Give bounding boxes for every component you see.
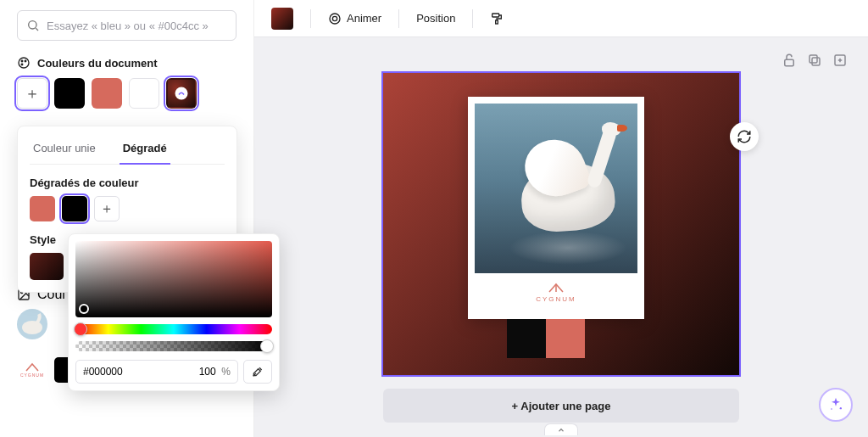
animate-label: Animer: [347, 12, 381, 25]
palette-icon: [17, 56, 31, 70]
design-page[interactable]: CYGNUM: [383, 73, 739, 375]
swatch-gradient[interactable]: [166, 78, 197, 109]
svg-point-5: [21, 64, 23, 65]
hue-slider[interactable]: [75, 324, 272, 334]
svg-rect-16: [810, 55, 817, 63]
svg-rect-13: [496, 20, 498, 24]
add-page-label: + Ajouter une page: [512, 400, 611, 412]
alpha-slider[interactable]: [75, 341, 272, 351]
add-color-swatch[interactable]: ＋: [17, 78, 47, 109]
document-swatches: ＋: [17, 78, 236, 109]
position-label: Position: [416, 12, 455, 25]
svg-point-4: [25, 60, 26, 62]
svg-point-21: [840, 407, 842, 409]
animate-button[interactable]: Animer: [320, 6, 390, 31]
color-picker-popover: #000000 100 %: [68, 233, 280, 391]
toolbar-separator: [398, 9, 399, 28]
gradient-stops: ＋: [30, 196, 225, 221]
alpha-thumb[interactable]: [260, 339, 274, 353]
gradient-style-linear[interactable]: [30, 253, 64, 280]
format-painter-button[interactable]: [481, 6, 512, 31]
color-mode-tabs: Couleur unie Dégradé: [30, 137, 225, 165]
hex-value: #000000: [83, 366, 123, 378]
eyedropper-button[interactable]: [243, 360, 272, 384]
palette-chips[interactable]: [507, 319, 585, 358]
tab-gradient[interactable]: Dégradé: [120, 137, 170, 165]
chip-black[interactable]: [507, 319, 546, 358]
chevron-up-icon: [557, 426, 565, 434]
gradient-edit-icon: [174, 86, 189, 101]
swatch-white[interactable]: [129, 78, 159, 109]
opacity-value: 100: [199, 366, 216, 378]
toolbar-separator: [472, 9, 473, 28]
document-colors-label: Couleurs du document: [37, 57, 158, 70]
toolbar-separator: [310, 9, 311, 28]
tab-solid[interactable]: Couleur unie: [30, 137, 99, 164]
sparkle-icon: [827, 396, 844, 413]
svg-line-1: [36, 28, 38, 31]
expand-pages-handle[interactable]: [544, 423, 578, 435]
main-area: Animer Position: [254, 0, 868, 437]
swatch-black[interactable]: [54, 78, 85, 109]
gradient-colors-label: Dégradés de couleur: [30, 176, 225, 189]
svg-rect-14: [785, 59, 794, 66]
hue-thumb[interactable]: [74, 322, 87, 336]
brand-logo-thumb[interactable]: CYGNUM: [17, 355, 47, 385]
gradient-stop-2[interactable]: [62, 196, 87, 221]
brand-mark-icon: [547, 282, 565, 294]
document-colors-header: Couleurs du document: [17, 56, 236, 70]
svg-point-10: [330, 14, 340, 24]
swan-thumb-icon: [17, 309, 47, 339]
polaroid-logo: CYGNUM: [475, 273, 637, 303]
paint-roller-icon: [490, 12, 504, 25]
fill-gradient-chip[interactable]: [263, 6, 302, 31]
gradient-stop-1[interactable]: [30, 196, 55, 221]
ai-assist-button[interactable]: [819, 388, 853, 422]
svg-point-22: [831, 408, 832, 410]
regenerate-button[interactable]: [730, 122, 759, 151]
source-photo-thumb[interactable]: [17, 309, 47, 339]
page-action-icons: [782, 53, 848, 68]
svg-rect-12: [492, 14, 499, 17]
polaroid-frame[interactable]: CYGNUM: [468, 97, 644, 319]
top-toolbar: Animer Position: [254, 0, 868, 37]
svg-point-0: [29, 21, 36, 29]
add-gradient-stop[interactable]: ＋: [94, 196, 120, 221]
hex-input[interactable]: #000000 100 %: [75, 360, 238, 384]
svg-rect-15: [812, 58, 820, 65]
unlock-icon[interactable]: [782, 53, 797, 68]
swan-photo: [475, 104, 637, 273]
swatch-coral[interactable]: [92, 78, 122, 109]
svg-point-11: [332, 16, 337, 20]
add-page-button[interactable]: + Ajouter une page: [383, 389, 739, 423]
opacity-unit: %: [221, 366, 231, 378]
polaroid-logo-text: CYGNUM: [475, 295, 637, 303]
canvas-viewport[interactable]: CYGNUM + Ajouter une page: [254, 37, 868, 437]
search-icon: [26, 19, 40, 32]
search-input[interactable]: [47, 20, 227, 32]
position-button[interactable]: Position: [408, 6, 464, 31]
sidebar: Couleurs du document ＋ Couleur unie Dégr…: [0, 0, 254, 437]
eyedropper-icon: [251, 365, 264, 378]
refresh-icon: [737, 129, 752, 144]
svg-point-3: [21, 60, 23, 62]
gradient-chip-icon: [271, 8, 293, 30]
svg-point-9: [22, 321, 42, 334]
svg-point-2: [19, 58, 29, 68]
search-field[interactable]: [17, 10, 236, 41]
sv-thumb[interactable]: [79, 304, 89, 314]
duplicate-icon[interactable]: [807, 53, 822, 68]
add-page-icon[interactable]: [832, 53, 848, 68]
saturation-value-area[interactable]: [75, 241, 272, 317]
brand-mark-icon: [25, 362, 40, 373]
animate-icon: [328, 12, 342, 25]
chip-coral[interactable]: [546, 319, 585, 358]
